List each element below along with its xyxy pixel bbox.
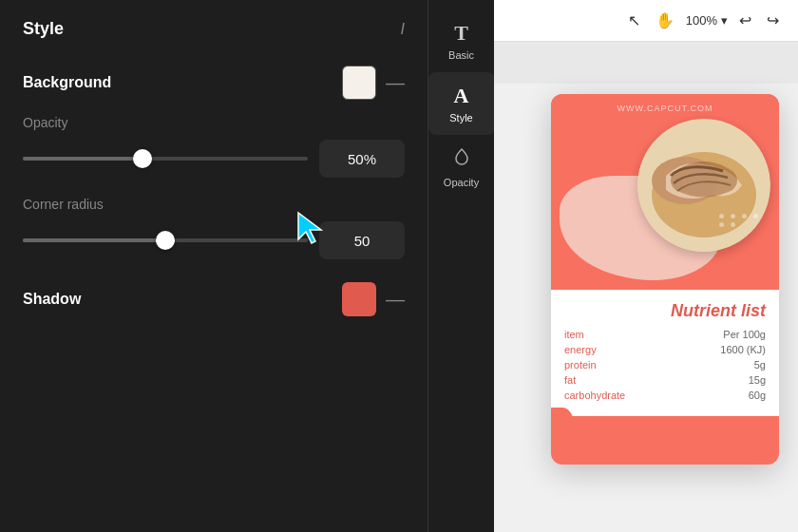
corner-radius-slider-track[interactable]: [23, 238, 308, 242]
card-header: WWW.CAPCUT.COM: [551, 94, 779, 271]
shadow-section: Shadow —: [23, 282, 405, 316]
background-header: Background —: [23, 66, 405, 100]
corner-radius-slider-thumb[interactable]: [156, 231, 175, 250]
opacity-nav-label: Opacity: [444, 177, 479, 188]
shadow-label: Shadow: [23, 291, 81, 308]
undo-button[interactable]: ↩: [735, 8, 755, 33]
card-body: Nutrient list item Per 100g energy 1600 …: [551, 290, 779, 416]
card-website: WWW.CAPCUT.COM: [564, 104, 766, 113]
toolbar-item-opacity[interactable]: Opacity: [428, 135, 495, 200]
opacity-slider-track[interactable]: [23, 157, 308, 161]
opacity-slider-thumb[interactable]: [133, 149, 152, 168]
row-label: carbohydrate: [564, 390, 625, 401]
table-row: item Per 100g: [564, 329, 766, 340]
corner-radius-label: Corner radius: [23, 197, 405, 212]
opacity-input[interactable]: 50%: [319, 140, 405, 178]
right-side: T Basic A Style Opacity ↖ ✋ 100% ▾ ↩: [428, 0, 798, 532]
panel-title: Style: [23, 19, 64, 39]
opacity-slider-fill: [23, 157, 142, 161]
table-row: carbohydrate 60g: [564, 390, 766, 401]
shadow-dash-button[interactable]: —: [386, 290, 405, 309]
nutrient-table: item Per 100g energy 1600 (KJ) protein 5…: [564, 329, 766, 401]
background-section: Background — Opacity 50% Corner radius: [23, 66, 405, 259]
corner-radius-slider-fill: [23, 238, 165, 242]
opacity-slider-row: 50%: [23, 140, 405, 178]
shadow-color-swatch[interactable]: [342, 282, 376, 316]
background-dash-button[interactable]: —: [386, 73, 405, 92]
table-row: protein 5g: [564, 359, 766, 370]
opacity-row: Opacity 50%: [23, 115, 405, 178]
canvas-topbar: ↖ ✋ 100% ▾ ↩ ↪: [494, 0, 798, 42]
row-value: 5g: [754, 359, 766, 370]
corner-radius-slider-row: 50: [23, 221, 405, 259]
basic-label: Basic: [448, 49, 474, 61]
redo-button[interactable]: ↪: [763, 8, 783, 33]
background-controls: —: [342, 66, 405, 100]
panel-header: Style I: [23, 19, 405, 39]
corner-radius-row: Corner radius 50: [23, 197, 405, 259]
shadow-header: Shadow —: [23, 282, 405, 316]
italic-button[interactable]: I: [401, 21, 405, 38]
opacity-label: Opacity: [23, 115, 405, 130]
style-panel: Style I Background — Opacity 50% Corne: [0, 0, 428, 532]
style-icon: A: [454, 84, 469, 108]
zoom-control[interactable]: 100% ▾: [686, 13, 728, 28]
hand-icon[interactable]: ✋: [652, 8, 678, 33]
card-title: Nutrient list: [564, 301, 766, 321]
corner-radius-input[interactable]: 50: [319, 221, 405, 259]
row-value: 60g: [749, 390, 766, 401]
background-label: Background: [23, 74, 111, 91]
toolbar-item-basic[interactable]: T Basic: [428, 10, 495, 72]
row-value: 15g: [749, 374, 766, 386]
shadow-controls: —: [342, 282, 405, 316]
row-value: Per 100g: [723, 329, 766, 340]
basic-icon: T: [454, 21, 468, 46]
card-top: [564, 119, 766, 271]
zoom-label: 100%: [686, 13, 717, 28]
row-value: 1600 (KJ): [720, 344, 766, 355]
row-label: protein: [564, 359, 597, 370]
row-label: item: [564, 329, 584, 340]
row-label: energy: [564, 344, 597, 355]
background-color-swatch[interactable]: [342, 66, 376, 100]
canvas-area: ↖ ✋ 100% ▾ ↩ ↪ WWW.CAPCUT.COM: [494, 0, 798, 532]
opacity-icon: [451, 146, 472, 173]
style-label: Style: [449, 112, 472, 124]
zoom-chevron-icon: ▾: [721, 13, 728, 28]
cursor-icon[interactable]: ↖: [624, 8, 644, 33]
toolbar-item-style[interactable]: A Style: [428, 72, 495, 135]
nutrient-card: WWW.CAPCUT.COM: [551, 94, 779, 465]
row-label: fat: [564, 374, 576, 386]
table-row: fat 15g: [564, 374, 766, 386]
toolbar: T Basic A Style Opacity: [428, 0, 494, 532]
design-canvas: WWW.CAPCUT.COM: [494, 42, 798, 532]
table-row: energy 1600 (KJ): [564, 344, 766, 355]
